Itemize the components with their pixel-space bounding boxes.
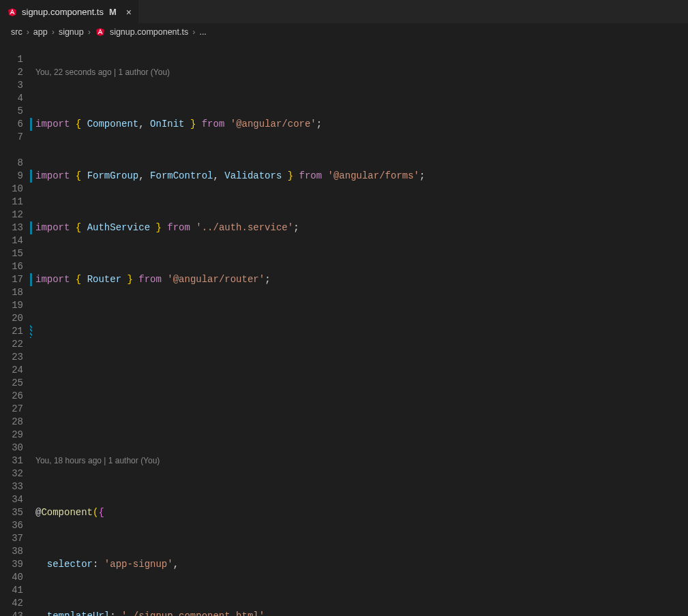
line-number: 18 [0, 286, 23, 299]
breadcrumb-segment[interactable]: signup.component.ts [110, 27, 188, 37]
chevron-right-icon: › [192, 27, 195, 37]
line-number: 35 [0, 506, 23, 519]
line-number: 25 [0, 377, 23, 390]
line-number: 43 [0, 610, 23, 616]
angular-file-icon [95, 27, 106, 37]
line-number: 37 [0, 532, 23, 545]
angular-file-icon [7, 7, 18, 18]
line-number: 16 [0, 260, 23, 273]
line-number: 28 [0, 416, 23, 429]
line-number: 12 [0, 209, 23, 221]
line-number: 1 [0, 53, 23, 66]
line-number: 6 [0, 118, 23, 131]
line-number: 20 [0, 312, 23, 325]
line-number: 29 [0, 429, 23, 442]
line-number: 4 [0, 92, 23, 105]
line-number: 22 [0, 338, 23, 351]
editor-tab[interactable]: signup.component.ts M × [0, 0, 139, 24]
line-number: 21 [0, 325, 23, 338]
breadcrumb: src › app › signup › signup.component.ts… [0, 24, 688, 40]
chevron-right-icon: › [52, 27, 55, 37]
line-number: 27 [0, 403, 23, 416]
tab-modified-indicator: M [109, 7, 117, 17]
line-number: 11 [0, 196, 23, 209]
breadcrumb-segment[interactable]: signup [59, 27, 84, 37]
line-number: 41 [0, 584, 23, 597]
breadcrumb-segment[interactable]: app [33, 27, 48, 37]
line-number: 23 [0, 351, 23, 364]
line-number: 3 [0, 79, 23, 92]
line-number: 38 [0, 545, 23, 558]
line-number: 34 [0, 493, 23, 506]
line-number: 32 [0, 467, 23, 480]
line-number: 36 [0, 519, 23, 532]
codelens-annotation[interactable]: You, 18 hours ago | 1 author (You) [35, 455, 688, 467]
chevron-right-icon: › [88, 27, 91, 37]
line-number: 15 [0, 247, 23, 260]
line-number: 17 [0, 273, 23, 286]
line-number: 24 [0, 364, 23, 377]
line-number: 42 [0, 597, 23, 610]
line-number: 40 [0, 571, 23, 584]
line-number: 7 [0, 131, 23, 144]
tab-filename: signup.component.ts [22, 7, 104, 17]
line-number: 14 [0, 234, 23, 247]
line-number: 5 [0, 105, 23, 118]
tab-bar: signup.component.ts M × [0, 0, 688, 24]
line-number: 10 [0, 183, 23, 196]
line-number: 33 [0, 480, 23, 493]
breadcrumb-segment[interactable]: src [11, 27, 23, 37]
code-content[interactable]: You, 22 seconds ago | 1 author (You) imp… [35, 40, 688, 616]
close-icon[interactable]: × [126, 7, 132, 18]
line-number: 26 [0, 390, 23, 403]
line-number: 39 [0, 558, 23, 571]
breadcrumb-segment[interactable]: ... [199, 27, 206, 37]
line-number: 19 [0, 299, 23, 312]
line-number: 2 [0, 66, 23, 79]
line-number: 31 [0, 455, 23, 467]
chevron-right-icon: › [27, 27, 29, 37]
line-number: 8 [0, 157, 23, 170]
line-number: 30 [0, 442, 23, 455]
line-number: 13 [0, 221, 23, 234]
code-editor[interactable]: 1 2 3 4 5 6 7 8 9 10 11 12 13 14 15 16 1… [0, 40, 688, 616]
line-number: 9 [0, 170, 23, 183]
codelens-annotation[interactable]: You, 22 seconds ago | 1 author (You) [35, 66, 688, 79]
